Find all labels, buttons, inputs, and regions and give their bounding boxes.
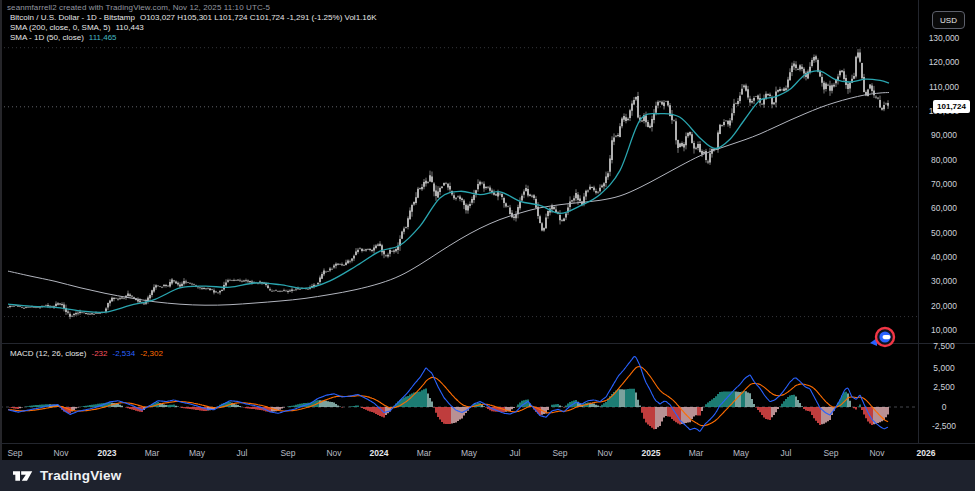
time-axis-label: Mar [689,448,704,458]
macd-axis-label: 5,000 [920,363,968,373]
tradingview-logo[interactable]: TradingView [13,468,121,483]
time-axis-label: 2025 [642,448,661,458]
price-axis-border [918,0,919,443]
time-axis-label: 2023 [98,448,117,458]
tradingview-chart-snapshot: seanmfarrell2 created with TradingView.c… [0,0,975,491]
price-axis-label: 80,000 [920,155,968,165]
tradingview-logo-text: TradingView [40,468,121,483]
symbol-legend-row-sma200[interactable]: SMA (200, close, 0, SMA, 5)110,443 [10,23,382,33]
sma50-value: 111,465 [89,33,117,42]
symbol-legend[interactable]: Bitcoin / U.S. Dollar - 1D - BitstampO10… [10,13,382,43]
time-axis-label: Jul [237,448,248,458]
time-axis-label: Mar [145,448,160,458]
macd-hist-value: -232 [91,349,107,358]
time-axis-label: Jul [510,448,521,458]
macd-line-value: -2,534 [112,349,135,358]
price-axis-label: 10,000 [920,325,968,335]
time-axis-label: 2026 [917,448,936,458]
time-axis-label: Sep [280,448,295,458]
sma200-label[interactable]: SMA (200, close, 0, SMA, 5) [10,23,110,32]
tradingview-logo-icon [13,469,34,483]
currency-toggle-button[interactable]: USD [932,11,965,29]
price-axis-label: 120,000 [920,57,968,67]
price-axis-label: 70,000 [920,179,968,189]
time-axis-label: Nov [597,448,612,458]
time-axis-label: May [733,448,749,458]
macd-signal-value: -2,302 [140,349,163,358]
pane-divider[interactable] [0,343,975,344]
time-axis-label: May [461,448,477,458]
time-axis-label: Nov [869,448,884,458]
attribution-text: seanmfarrell2 created with TradingView.c… [7,3,270,12]
symbol-legend-row-main[interactable]: Bitcoin / U.S. Dollar - 1D - BitstampO10… [10,13,382,23]
time-axis-label: Nov [53,448,68,458]
sma50-label[interactable]: SMA - 1D (50, close) [10,33,84,42]
price-axis-label: 60,000 [920,203,968,213]
time-axis-label: Sep [7,448,22,458]
time-axis-label: May [189,448,205,458]
macd-label[interactable]: MACD (12, 26, close) [10,349,86,358]
footer-bar: TradingView [0,460,975,491]
time-axis-label: 2024 [370,448,389,458]
price-axis-label: 110,000 [920,82,968,92]
macd-axis-label: 7,500 [920,341,968,351]
price-axis-label: 90,000 [920,130,968,140]
last-price-tag: 101,724 [933,100,970,113]
time-axis-label: Jul [781,448,792,458]
macd-legend[interactable]: MACD (12, 26, close)-232-2,534-2,302 [10,349,168,358]
macd-axis-label: 2,500 [920,382,968,392]
symbol-legend-row-sma50[interactable]: SMA - 1D (50, close)111,465 [10,33,382,43]
symbol-title[interactable]: Bitcoin / U.S. Dollar - 1D - Bitstamp [10,13,135,22]
time-axis-label: Sep [823,448,838,458]
price-axis-label: 130,000 [920,33,968,43]
price-axis-label: 50,000 [920,228,968,238]
time-axis-label: Nov [326,448,341,458]
time-axis-label: Mar [417,448,432,458]
sticker-icon[interactable] [869,326,897,350]
sma200-value: 110,443 [115,23,143,32]
time-axis-label: Sep [552,448,567,458]
left-edge-border [0,0,2,460]
time-axis-border [0,443,975,444]
price-axis-label: 40,000 [920,252,968,262]
macd-axis-label: -2,500 [920,421,968,431]
price-axis-label: 20,000 [920,301,968,311]
chart-canvas[interactable] [0,0,975,491]
price-axis-label: 30,000 [920,276,968,286]
macd-axis-label: 0 [920,402,968,412]
ohlc-values: O103,027 H105,301 L101,724 C101,724 -1,2… [140,13,377,22]
